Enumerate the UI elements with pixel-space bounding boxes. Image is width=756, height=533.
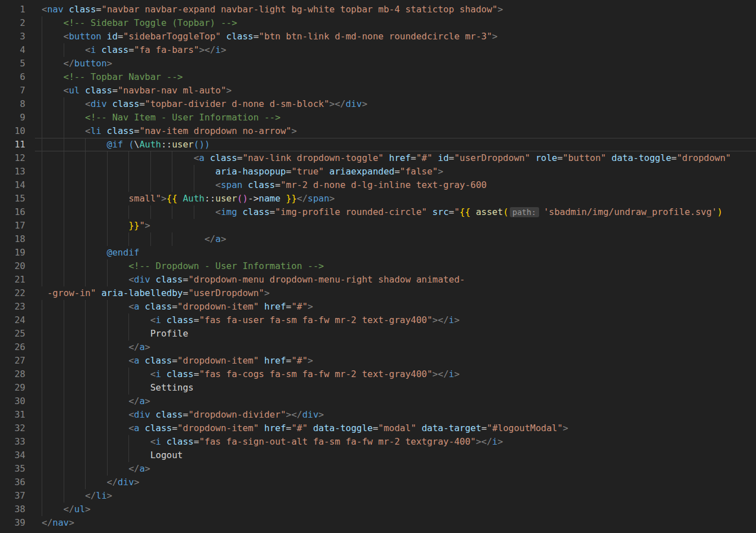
code-line[interactable]: 28 <i class="fas fa-cogs fa-sm fa-fw mr-… [0, 368, 756, 381]
line-number[interactable]: 30 [0, 395, 25, 408]
line-number[interactable]: 22 [0, 286, 25, 300]
code-token: i [155, 369, 161, 379]
code-line[interactable]: 1<nav class="navbar navbar-expand navbar… [0, 3, 756, 16]
code-token: > [492, 31, 498, 42]
code-token [281, 193, 286, 204]
code-line[interactable]: 11 @if (\Auth::user()) [0, 138, 756, 151]
code-line[interactable]: 8 <div class="topbar-divider d-none d-sm… [0, 97, 756, 111]
code-line[interactable]: 5 </button> [0, 57, 756, 70]
line-number[interactable]: 29 [0, 381, 25, 395]
code-line[interactable]: 38 </ul> [0, 503, 756, 516]
code-line[interactable]: 10 <li class="nav-item dropdown no-arrow… [0, 124, 756, 138]
code-editor[interactable]: 1<nav class="navbar navbar-expand navbar… [0, 0, 756, 533]
line-number[interactable]: 1 [0, 3, 25, 16]
code-token: > [318, 409, 324, 420]
line-number[interactable]: 20 [0, 259, 25, 273]
line-number[interactable]: 21 [0, 273, 25, 286]
code-line[interactable]: 6 <!-- Topbar Navbar --> [0, 70, 756, 84]
line-number[interactable]: 31 [0, 408, 25, 422]
line-number[interactable]: 27 [0, 354, 25, 368]
line-number[interactable]: 33 [0, 435, 25, 449]
code-token [161, 436, 167, 447]
code-line[interactable]: 27 <a class="dropdown-item" href="#"> [0, 354, 756, 368]
line-number[interactable]: 36 [0, 476, 25, 489]
line-number[interactable]: 28 [0, 368, 25, 381]
line-number[interactable]: 34 [0, 449, 25, 462]
code-token: "fas fa-sign-out-alt fa-sm fa-fw mr-2 te… [199, 436, 475, 447]
line-number[interactable]: 14 [0, 178, 25, 192]
line-number[interactable]: 26 [0, 341, 25, 354]
code-line[interactable]: 24 <i class="fas fa-user fa-sm fa-fw mr-… [0, 313, 756, 327]
line-number[interactable]: 12 [0, 151, 25, 165]
code-line[interactable]: 18 </a> [0, 232, 756, 246]
code-line[interactable]: 34 Logout [0, 449, 756, 462]
line-number[interactable]: 11 [0, 138, 25, 151]
line-number[interactable]: 9 [0, 111, 25, 124]
line-number[interactable]: 25 [0, 327, 25, 341]
code-line[interactable]: 4 <i class="fa fa-bars"></i> [0, 43, 756, 57]
code-line[interactable]: 17 }}"> [0, 219, 756, 232]
line-number[interactable]: 23 [0, 300, 25, 313]
code-line[interactable]: 16 <img class="img-profile rounded-circl… [0, 205, 756, 219]
code-line[interactable]: 31 <div class="dropdown-divider"></div> [0, 408, 756, 422]
line-number[interactable]: 2 [0, 16, 25, 30]
code-line[interactable]: 19 @endif [0, 246, 756, 259]
code-line[interactable]: 36 </div> [0, 476, 756, 489]
line-number[interactable]: 5 [0, 57, 25, 70]
code-token: < [215, 207, 221, 217]
code-line[interactable]: 32 <a class="dropdown-item" href="#" dat… [0, 422, 756, 435]
code-line[interactable]: 13 aria-haspopup="true" ariaexpanded="fa… [0, 165, 756, 178]
code-text: aria-haspopup="true" ariaexpanded="false… [25, 165, 756, 178]
code-token: i [215, 44, 221, 55]
line-number[interactable]: 10 [0, 124, 25, 138]
code-line[interactable]: 7 <ul class="navbar-nav ml-auto"> [0, 84, 756, 97]
line-number[interactable]: 4 [0, 43, 25, 57]
code-line[interactable]: 33 <i class="fas fa-sign-out-alt fa-sm f… [0, 435, 756, 449]
code-line[interactable]: 37 </li> [0, 489, 756, 503]
line-number[interactable]: 15 [0, 192, 25, 205]
code-line[interactable]: 14 <span class="mr-2 d-none d-lg-inline … [0, 178, 756, 192]
code-token: ) [204, 139, 210, 150]
code-line[interactable]: 26 </a> [0, 341, 756, 354]
code-line[interactable]: 2 <!-- Sidebar Toggle (Topbar) --> [0, 16, 756, 30]
line-number[interactable]: 3 [0, 30, 25, 43]
code-token: > [161, 193, 167, 204]
line-number[interactable]: 7 [0, 84, 25, 97]
line-number[interactable]: 39 [0, 516, 25, 530]
code-token: </ [64, 58, 74, 69]
code-token [139, 423, 145, 433]
code-line[interactable]: 35 </a> [0, 462, 756, 476]
code-line[interactable]: 20 <!-- Dropdown - User Information --> [0, 259, 756, 273]
code-line[interactable]: 29 Settings [0, 381, 756, 395]
line-number[interactable]: 19 [0, 246, 25, 259]
line-number[interactable]: 38 [0, 503, 25, 516]
line-number[interactable]: 6 [0, 70, 25, 84]
code-line[interactable]: 25 Profile [0, 327, 756, 341]
code-line[interactable]: 3 <button id="sidebarToggleTop" class="b… [0, 30, 756, 43]
line-number[interactable]: 17 [0, 219, 25, 232]
code-token [96, 44, 101, 55]
line-number[interactable]: 37 [0, 489, 25, 503]
code-token: \ [134, 139, 140, 150]
code-line[interactable]: 22 -grow-in" aria-labelledby="userDropdo… [0, 286, 756, 300]
code-line[interactable]: 12 <a class="nav-link dropdown-toggle" h… [0, 151, 756, 165]
code-token: Auth [183, 193, 204, 204]
code-token [433, 153, 438, 163]
code-line[interactable]: 21 <div class="dropdown-menu dropdown-me… [0, 273, 756, 286]
code-line[interactable]: 30 </a> [0, 395, 756, 408]
line-number[interactable]: 35 [0, 462, 25, 476]
code-line[interactable]: 15 small">{{ Auth::user()->name }}</span… [0, 192, 756, 205]
line-number[interactable]: 24 [0, 313, 25, 327]
code-token: > [221, 44, 226, 55]
line-number[interactable]: 32 [0, 422, 25, 435]
code-token: "true" [291, 166, 324, 177]
code-line[interactable]: 9 <!-- Nav Item - User Information --> [0, 111, 756, 124]
line-number[interactable]: 8 [0, 97, 25, 111]
line-number[interactable]: 16 [0, 205, 25, 219]
code-token: @if [107, 139, 123, 150]
code-line[interactable]: 23 <a class="dropdown-item" href="#"> [0, 300, 756, 313]
line-number[interactable]: 13 [0, 165, 25, 178]
code-text: }}"> [25, 219, 756, 232]
code-line[interactable]: 39</nav> [0, 516, 756, 530]
line-number[interactable]: 18 [0, 232, 25, 246]
